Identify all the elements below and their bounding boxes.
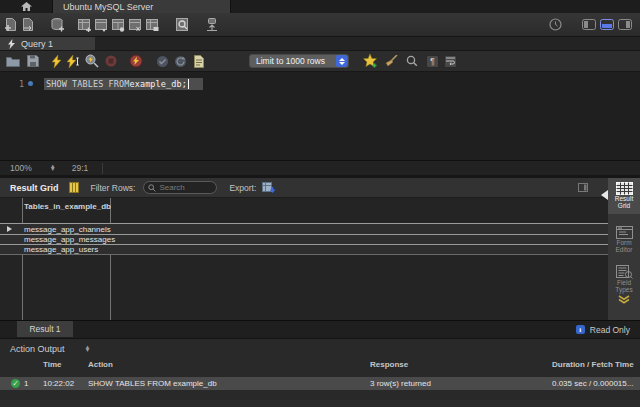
- sql-keywords: SHOW TABLES FROM: [46, 79, 129, 89]
- query-tab-label: Query 1: [21, 39, 53, 49]
- save-script-button[interactable]: [27, 53, 39, 69]
- import-export-button[interactable]: [203, 16, 220, 34]
- export-button[interactable]: [262, 182, 275, 194]
- action-output-column-headers: Time Action Response Duration / Fetch Ti…: [0, 360, 640, 374]
- editor-line-1: 1 SHOW TABLES FROM example_db;: [0, 77, 203, 90]
- execute-statement-button[interactable]: [67, 53, 79, 69]
- zoom-stepper[interactable]: ▲▼: [50, 165, 56, 171]
- table-row[interactable]: message_app_users: [0, 244, 608, 254]
- open-script-button[interactable]: [19, 16, 36, 34]
- home-icon: [21, 2, 32, 11]
- pilcrow-icon: ¶: [430, 56, 435, 66]
- create-schema-button[interactable]: [49, 16, 66, 34]
- explain-plan-button[interactable]: [85, 53, 99, 69]
- filter-search-input[interactable]: [159, 183, 212, 192]
- tab-result-1[interactable]: Result 1: [17, 321, 73, 337]
- magnifier-icon: [406, 55, 418, 67]
- create-procedure-button[interactable]: [110, 16, 127, 34]
- sidebar-item-field-types[interactable]: Field Types: [608, 261, 640, 304]
- sidebar-expand-chevron-icon[interactable]: [618, 295, 630, 304]
- toggle-right-sidebar-button[interactable]: [618, 19, 632, 30]
- execute-cursor-lightning-icon: [67, 55, 79, 68]
- sidebar-collapse-arrow-icon[interactable]: [601, 190, 608, 200]
- gutter-column-divider: [22, 198, 23, 320]
- sidebar-item-form-editor[interactable]: Form Editor: [608, 222, 640, 253]
- toggle-left-sidebar-button[interactable]: [582, 19, 596, 30]
- table-edit-icon: [145, 18, 160, 32]
- toggle-word-wrap-button[interactable]: [444, 55, 457, 68]
- create-table-button[interactable]: [76, 16, 93, 34]
- sidebar-item-label: Result: [615, 195, 633, 202]
- action-output-header: Action Output ▲▼: [10, 344, 91, 354]
- bottom-panel-icon: [600, 19, 614, 30]
- table-cell[interactable]: message_app_users: [24, 245, 98, 254]
- table-cell[interactable]: message_app_messages: [24, 235, 115, 244]
- sql-editor-toolbar: Limit to 1000 rows ¶: [0, 51, 640, 72]
- info-icon[interactable]: i: [576, 325, 585, 334]
- column-divider[interactable]: [110, 198, 111, 320]
- result-grid[interactable]: Tables_in_example_db message_app_channel…: [0, 198, 608, 320]
- row-time: 10:22:02: [43, 379, 74, 388]
- commit-button[interactable]: [156, 53, 169, 69]
- toggle-invisible-chars-button[interactable]: ¶: [426, 55, 439, 68]
- table-row[interactable]: message_app_messages: [0, 234, 608, 244]
- clean-sql-button[interactable]: [385, 53, 398, 69]
- left-panel-icon: [582, 19, 596, 30]
- toggle-autocommit-button[interactable]: [193, 53, 205, 69]
- find-button[interactable]: [406, 53, 418, 69]
- folder-icon: [6, 56, 20, 67]
- search-data-button[interactable]: [174, 16, 191, 34]
- panel-toggle-group: [582, 19, 632, 30]
- toggle-stop-on-error-button[interactable]: [129, 53, 143, 69]
- export-label: Export:: [229, 183, 256, 193]
- toggle-output-panel-button[interactable]: [600, 19, 614, 30]
- action-output-row[interactable]: ✓ 1 10:22:02 SHOW TABLES FROM example_db…: [0, 377, 640, 390]
- sql-editor[interactable]: 1 SHOW TABLES FROM example_db;: [0, 72, 640, 160]
- stop-query-button[interactable]: [105, 53, 117, 69]
- create-trigger-button[interactable]: [144, 16, 161, 34]
- rollback-icon: [174, 55, 187, 68]
- new-query-tab-button[interactable]: [2, 16, 19, 34]
- row-index: 1: [24, 379, 28, 388]
- search-icon: [148, 184, 156, 192]
- create-view-button[interactable]: [93, 16, 110, 34]
- table-cell[interactable]: message_app_channels: [24, 225, 111, 234]
- lightning-icon: [8, 39, 15, 49]
- current-row-marker-icon: [7, 226, 12, 232]
- line-number: 1: [0, 79, 24, 89]
- sidebar-item-result-grid[interactable]: Result Grid: [608, 178, 640, 214]
- commit-icon: [156, 55, 169, 68]
- table-row[interactable]: message_app_channels: [0, 223, 608, 234]
- home-tab[interactable]: [0, 0, 53, 13]
- execute-lightning-icon: [52, 55, 61, 68]
- status-circle-icon: [549, 18, 562, 31]
- star-plus-icon: [363, 54, 377, 68]
- zoom-level: 100%: [10, 163, 32, 173]
- open-file-button[interactable]: [6, 53, 20, 69]
- main-toolbar: [0, 13, 640, 37]
- grid-columns-icon[interactable]: [69, 182, 79, 193]
- result-tab-label: Result 1: [29, 324, 60, 334]
- table-gear-icon: [111, 18, 126, 32]
- filter-search-field[interactable]: [143, 181, 217, 194]
- limit-rows-dropdown[interactable]: Limit to 1000 rows: [249, 54, 349, 68]
- column-header-tables-in-example-db[interactable]: Tables_in_example_db: [24, 202, 111, 211]
- beautify-query-button[interactable]: [363, 53, 377, 69]
- dropdown-stepper-icon: [336, 55, 347, 67]
- mysql-workbench-window: Ubuntu MySQL Server: [0, 0, 640, 407]
- grid-panel-toggle-button[interactable]: [578, 183, 588, 192]
- result-grid-icon: [616, 182, 633, 195]
- tab-query-1[interactable]: Query 1: [0, 37, 95, 50]
- new-document-icon: [4, 17, 18, 32]
- rollback-button[interactable]: [174, 53, 187, 69]
- execute-query-button[interactable]: [52, 53, 61, 69]
- create-function-button[interactable]: [127, 16, 144, 34]
- output-selector-dropdown[interactable]: ▲▼: [85, 346, 91, 353]
- open-document-icon: [21, 17, 35, 32]
- connection-status-button[interactable]: [547, 16, 564, 34]
- table-arrow-icon: [94, 18, 109, 32]
- connection-tab[interactable]: Ubuntu MySQL Server: [53, 0, 231, 13]
- stop-icon: [105, 55, 117, 67]
- search-document-icon: [175, 17, 190, 32]
- table-plus-icon: [77, 18, 92, 32]
